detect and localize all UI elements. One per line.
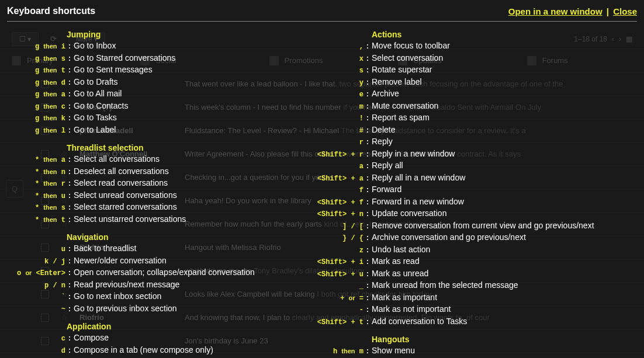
shortcut-description: Reply: [372, 136, 393, 147]
shortcut-key: s: [299, 65, 363, 77]
shortcut-key: u: [7, 244, 65, 255]
shortcut-description: Go to Tasks: [74, 112, 117, 123]
shortcut-description: Remove label: [372, 77, 422, 88]
shortcut-key: _: [299, 281, 363, 292]
shortcut-key: * then n: [7, 166, 65, 178]
shortcut-row: * then u:Select unread conversations: [7, 190, 299, 202]
shortcut-row: g then a:Go to All mail: [7, 88, 299, 100]
shortcut-row: * then s:Select starred conversations: [7, 201, 299, 214]
shortcut-row: ~:Go to previous inbox section: [7, 303, 299, 315]
shortcut-key: g then l: [7, 125, 65, 137]
shortcut-row: <Shift> + r:Reply in a new window: [299, 148, 637, 161]
section-heading: Jumping: [7, 27, 299, 40]
shortcut-row: _:Mark unread from the selected message: [299, 280, 637, 292]
shortcut-row: * then a:Select all conversations: [7, 154, 299, 166]
shortcut-key: d: [7, 346, 65, 357]
overlay-header: Keyboard shortcuts Open in a new window …: [7, 6, 637, 22]
shortcut-description: Deselect all conversations: [74, 166, 169, 177]
shortcut-key: <Shift> + f: [299, 197, 363, 208]
shortcut-row: <Shift> + i:Mark as read: [299, 256, 637, 268]
shortcut-key: g then i: [7, 41, 65, 53]
shortcut-key: <Shift> + n: [299, 209, 363, 220]
shortcut-key: g then t: [7, 65, 65, 77]
shortcut-description: Mute conversation: [372, 100, 438, 112]
shortcut-key: * then r: [7, 178, 65, 190]
shortcut-key: <Shift> + u: [299, 269, 363, 280]
shortcut-key: a: [299, 161, 363, 172]
shortcut-key: o or <Enter>: [7, 267, 65, 279]
shortcut-row: f:Forward: [299, 184, 637, 196]
shortcut-description: Compose in a tab (new compose only): [74, 345, 213, 356]
shortcut-key: + or =: [299, 293, 363, 304]
shortcut-description: Show menu: [372, 345, 415, 356]
shortcut-key: <Shift> + a: [299, 173, 363, 185]
shortcut-row: s:Rotate superstar: [299, 64, 637, 77]
shortcut-description: Reply all: [372, 160, 403, 171]
shortcut-row: #:Delete: [299, 124, 637, 137]
shortcut-key: h then m: [299, 346, 363, 357]
shortcut-row: `:Go to next inbox section: [7, 291, 299, 303]
shortcut-row: g then l:Go to Label: [7, 124, 299, 137]
shortcut-row: r:Reply: [299, 136, 637, 148]
shortcut-key: } / {: [299, 233, 363, 244]
shortcut-row: <Shift> + n:Update conversation: [299, 208, 637, 220]
shortcut-key: `: [7, 292, 65, 303]
section-heading: Hangouts: [299, 332, 637, 345]
shortcut-description: Mark as read: [372, 256, 420, 267]
shortcut-row: <Shift> + t:Add conversation to Tasks: [299, 316, 637, 328]
shortcut-key: x: [299, 54, 363, 65]
shortcut-row: d:Compose in a tab (new compose only): [7, 345, 299, 357]
section-heading: Actions: [299, 27, 637, 40]
shortcut-row: o or <Enter>:Open conversation; collapse…: [7, 267, 299, 279]
shortcut-description: Go to Sent messages: [74, 64, 153, 75]
shortcut-key: #: [299, 126, 363, 137]
shortcut-description: Archive conversation and go previous/nex…: [372, 232, 526, 243]
shortcut-description: Mark as important: [372, 292, 437, 303]
shortcut-row: * then n:Deselect all conversations: [7, 166, 299, 178]
shortcut-description: Reply all in a new window: [372, 172, 465, 183]
shortcut-row: -:Mark as not important: [299, 304, 637, 316]
shortcut-key: <Shift> + i: [299, 257, 363, 268]
shortcut-description: Update conversation: [372, 208, 446, 219]
section-heading: Application: [7, 319, 299, 332]
shortcut-row: k / j:Newer/older conversation: [7, 255, 299, 267]
shortcut-description: Mark as not important: [372, 304, 451, 315]
shortcut-row: <Shift> + f:Forward in a new window: [299, 196, 637, 208]
shortcut-description: Select conversation: [372, 53, 443, 64]
shortcut-description: Archive: [372, 88, 399, 99]
shortcut-key: y: [299, 78, 363, 89]
shortcut-key: <Shift> + r: [299, 150, 363, 161]
shortcuts-left-column: Jumpingg then i:Go to Inboxg then s:Go t…: [7, 27, 299, 358]
shortcut-row: z:Undo last action: [299, 244, 637, 256]
shortcut-description: Go to All mail: [74, 88, 122, 99]
shortcut-description: Go to previous inbox section: [74, 303, 177, 314]
shortcut-description: Select unstarred conversations: [74, 214, 186, 225]
shortcut-description: Open conversation; collapse/expand conve…: [74, 267, 255, 278]
shortcut-description: Select all conversations: [74, 154, 160, 165]
shortcut-description: Rotate superstar: [372, 64, 432, 75]
open-new-window-link[interactable]: Open in a new window: [508, 6, 603, 16]
shortcut-description: Forward: [372, 184, 401, 195]
shortcut-row: * then t:Select unstarred conversations: [7, 214, 299, 226]
shortcut-row: g then t:Go to Sent messages: [7, 64, 299, 77]
shortcut-key: <Shift> + t: [299, 317, 363, 328]
overlay-header-links: Open in a new window | Close: [508, 6, 637, 16]
shortcut-key: * then t: [7, 214, 65, 226]
shortcut-row: <Shift> + u:Mark as unread: [299, 268, 637, 280]
shortcut-description: Read previous/next message: [74, 279, 179, 290]
shortcut-row: e:Archive: [299, 88, 637, 100]
close-link[interactable]: Close: [613, 6, 637, 16]
shortcut-row: <Shift> + a:Reply all in a new window: [299, 172, 637, 185]
shortcut-description: Mark as unread: [372, 268, 428, 279]
shortcut-row: g then s:Go to Starred conversations: [7, 53, 299, 65]
shortcut-row: h then m:Show menu: [299, 345, 637, 357]
shortcut-key: g then k: [7, 113, 65, 124]
section-heading: Navigation: [7, 230, 299, 243]
shortcut-row: a:Reply all: [299, 160, 637, 172]
shortcut-description: Go to Contacts: [74, 100, 128, 112]
shortcut-description: Select starred conversations: [74, 201, 177, 213]
shortcut-key: * then s: [7, 202, 65, 214]
shortcut-key: ,: [299, 41, 363, 53]
section-heading: Threadlist selection: [7, 141, 299, 154]
shortcut-row: ,:Move focus to toolbar: [299, 40, 637, 53]
